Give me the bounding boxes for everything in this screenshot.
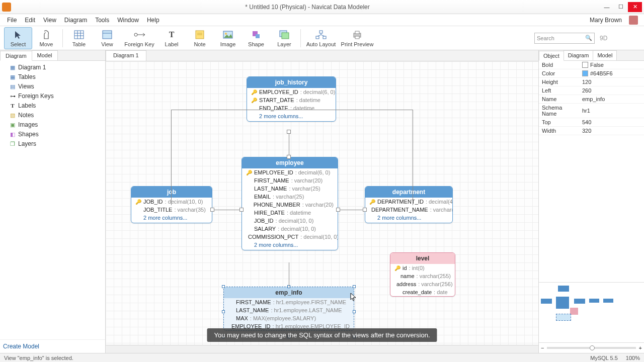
minimap[interactable] xyxy=(539,282,644,342)
canvas-area: Diagram 1 job_history🔑EMPLOYEE_ID : deci… xyxy=(106,50,538,353)
maximize-button[interactable]: ☐ xyxy=(614,2,628,12)
left-tab-diagram[interactable]: Diagram xyxy=(0,51,32,61)
menu-view[interactable]: View xyxy=(39,14,60,26)
avatar[interactable] xyxy=(629,16,638,25)
zoom-slider-row: − + xyxy=(539,342,644,353)
tree-notes[interactable]: ▧Notes xyxy=(0,111,105,120)
tree-diagram-1[interactable]: ▦Diagram 1 xyxy=(0,63,105,72)
right-tab-model[interactable]: Model xyxy=(593,50,617,60)
tree-tables[interactable]: ▦Tables xyxy=(0,72,105,82)
menu-window[interactable]: Window xyxy=(113,14,143,26)
close-button[interactable]: ✕ xyxy=(628,2,642,12)
svg-rect-5 xyxy=(103,31,112,39)
stray-text: 9D xyxy=(595,33,640,44)
tree-shapes[interactable]: ◧Shapes xyxy=(0,130,105,139)
ertable-employee[interactable]: employee🔑EMPLOYEE_ID : decimal(6, 0)FIRS… xyxy=(242,157,338,250)
window-title: * Untitled 10 (Physical) - Navicat Data … xyxy=(15,4,600,11)
tool-view[interactable]: View xyxy=(93,27,121,49)
ertable-level[interactable]: level🔑id : int(0)name : varchar(255)addr… xyxy=(390,252,455,297)
menu-help[interactable]: Help xyxy=(143,14,164,26)
status-message: View "emp_info" is selected. xyxy=(4,355,73,361)
create-model-link[interactable]: Create Model xyxy=(0,339,105,353)
tool-auto-layout[interactable]: Auto Layout xyxy=(303,27,339,49)
tool-shape[interactable]: Shape xyxy=(242,27,270,49)
tool-layer[interactable]: Layer xyxy=(270,27,298,49)
tool-move[interactable]: Move xyxy=(32,27,60,49)
tree-images[interactable]: ▣Images xyxy=(0,120,105,130)
svg-rect-22 xyxy=(323,36,326,39)
svg-rect-19 xyxy=(282,33,289,39)
app-icon xyxy=(2,3,11,12)
tool-image[interactable]: Image xyxy=(214,27,242,49)
search-icon: 🔍 xyxy=(585,35,592,41)
zoom-out-button[interactable]: − xyxy=(541,345,544,351)
user-name: Mary Brown xyxy=(586,14,626,26)
prop-schema-name[interactable]: Schema Namehr1 xyxy=(539,104,644,118)
left-panel: Diagram Model ▦Diagram 1 ▦Tables ▤Views … xyxy=(0,50,106,353)
tool-foreign-key[interactable]: Foreign Key xyxy=(121,27,157,49)
ertable-job_history[interactable]: job_history🔑EMPLOYEE_ID : decimal(6, 0)🔑… xyxy=(247,76,336,122)
menu-diagram[interactable]: Diagram xyxy=(60,14,91,26)
zoom-slider[interactable] xyxy=(547,347,635,349)
ertable-department[interactable]: department🔑DEPARTMENT_ID : decimal(4, 0)… xyxy=(365,186,453,223)
prop-height[interactable]: Height120 xyxy=(539,78,644,86)
tree-labels[interactable]: TLabels xyxy=(0,101,105,111)
prop-width[interactable]: Width320 xyxy=(539,127,644,135)
svg-rect-0 xyxy=(74,31,84,39)
tool-label[interactable]: TLabel xyxy=(157,27,186,49)
right-panel: Object Diagram Model Bold FalseColor #64… xyxy=(538,50,644,353)
menu-edit[interactable]: Edit xyxy=(21,14,39,26)
prop-name[interactable]: Nameemp_info xyxy=(539,95,644,104)
menu-file[interactable]: File xyxy=(3,14,21,26)
minimize-button[interactable]: — xyxy=(600,2,614,12)
status-bar: View "emp_info" is selected. MySQL 5.5 1… xyxy=(0,353,644,362)
search-input[interactable]: Search 🔍 xyxy=(534,33,595,44)
svg-point-15 xyxy=(225,33,227,35)
right-tab-diagram[interactable]: Diagram xyxy=(564,50,594,60)
left-tabs: Diagram Model xyxy=(0,50,105,61)
zoom-in-button[interactable]: + xyxy=(639,345,642,351)
status-db: MySQL 5.5 xyxy=(590,355,618,361)
diagram-tab[interactable]: Diagram 1 xyxy=(106,50,146,61)
svg-point-7 xyxy=(134,33,137,36)
tool-table[interactable]: Table xyxy=(65,27,93,49)
prop-bold[interactable]: Bold False xyxy=(539,61,644,69)
status-zoom: 100% xyxy=(626,355,640,361)
prop-left[interactable]: Left260 xyxy=(539,86,644,95)
prop-color[interactable]: Color #64B5F6 xyxy=(539,69,644,78)
svg-rect-17 xyxy=(256,34,260,38)
prop-top[interactable]: Top540 xyxy=(539,118,644,127)
tool-print-preview[interactable]: Print Preview xyxy=(339,27,375,49)
svg-rect-20 xyxy=(319,31,323,33)
tree-foreign-keys[interactable]: ⊶Foreign Keys xyxy=(0,92,105,101)
explorer-tree: ▦Diagram 1 ▦Tables ▤Views ⊶Foreign Keys … xyxy=(0,61,105,339)
canvas[interactable]: job_history🔑EMPLOYEE_ID : decimal(6, 0)🔑… xyxy=(106,61,538,345)
svg-rect-28 xyxy=(355,36,359,39)
tool-note[interactable]: Note xyxy=(186,27,214,49)
tree-layers[interactable]: ❐Layers xyxy=(0,139,105,149)
tool-select[interactable]: Select xyxy=(4,27,32,49)
title-bar: * Untitled 10 (Physical) - Navicat Data … xyxy=(0,0,644,14)
horizontal-scrollbar[interactable] xyxy=(106,345,538,353)
right-tab-object[interactable]: Object xyxy=(539,51,564,61)
menu-tools[interactable]: Tools xyxy=(91,14,113,26)
svg-rect-27 xyxy=(355,31,359,34)
ertable-emp_info[interactable]: emp_infoFIRST_NAME : hr1.employee.FIRST_… xyxy=(223,287,354,331)
ertable-job[interactable]: job🔑JOB_ID : decimal(10, 0)JOB_TITLE : v… xyxy=(131,186,212,223)
menu-bar: File Edit View Diagram Tools Window Help… xyxy=(0,14,644,26)
tree-views[interactable]: ▤Views xyxy=(0,82,105,92)
caption-overlay: You may need to change the SQL syntax of… xyxy=(207,328,437,342)
properties-grid: Bold FalseColor #64B5F6Height120Left260N… xyxy=(539,61,644,135)
toolbar: Select Move Table View Foreign Key TLabe… xyxy=(0,26,644,50)
left-tab-model[interactable]: Model xyxy=(32,50,58,60)
svg-rect-21 xyxy=(316,36,319,39)
